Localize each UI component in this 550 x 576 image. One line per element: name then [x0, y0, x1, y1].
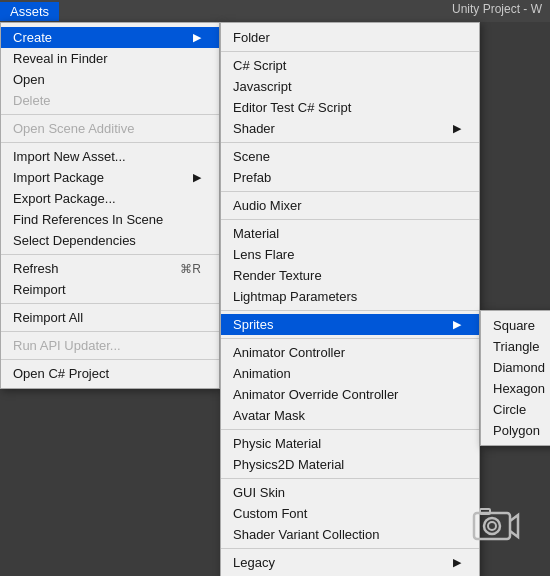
- create-menu-item-4[interactable]: Shader▶: [221, 118, 479, 139]
- menu-item-label: Animator Override Controller: [233, 387, 398, 402]
- menu-item-label: Physic Material: [233, 436, 321, 451]
- menu-item-label: Avatar Mask: [233, 408, 305, 423]
- sprites-menu-item-4[interactable]: Circle: [481, 399, 550, 420]
- create-menu-item-14[interactable]: Animation: [221, 363, 479, 384]
- camera-icon-area: [472, 505, 520, 546]
- menu-item-label: Javascript: [233, 79, 292, 94]
- assets-menu-item-9[interactable]: Select Dependencies: [1, 230, 219, 251]
- menu-separator: [221, 429, 479, 430]
- menu-item-label: Audio Mixer: [233, 198, 302, 213]
- submenu-arrow-icon: ▶: [193, 171, 201, 184]
- assets-menu-item-0[interactable]: Create▶: [1, 27, 219, 48]
- menu-item-label: Export Package...: [13, 191, 116, 206]
- create-menu-item-21[interactable]: Shader Variant Collection: [221, 524, 479, 545]
- unity-project-label: Unity Project - W: [452, 2, 542, 16]
- assets-menu-item-2[interactable]: Open: [1, 69, 219, 90]
- create-menu-item-16[interactable]: Avatar Mask: [221, 405, 479, 426]
- menu-item-label: Reimport: [13, 282, 66, 297]
- menu-item-label: Material: [233, 226, 279, 241]
- menu-item-label: Lightmap Parameters: [233, 289, 357, 304]
- menu-item-label: Editor Test C# Script: [233, 100, 351, 115]
- assets-menu-item-1[interactable]: Reveal in Finder: [1, 48, 219, 69]
- create-menu-item-0[interactable]: Folder: [221, 27, 479, 48]
- sprites-menu-item-5[interactable]: Polygon: [481, 420, 550, 441]
- menu-separator: [221, 338, 479, 339]
- menu-item-label: Select Dependencies: [13, 233, 136, 248]
- create-menu-item-6[interactable]: Prefab: [221, 167, 479, 188]
- menu-item-label: GUI Skin: [233, 485, 285, 500]
- create-menu-item-15[interactable]: Animator Override Controller: [221, 384, 479, 405]
- create-menu-item-18[interactable]: Physics2D Material: [221, 454, 479, 475]
- menu-separator: [221, 219, 479, 220]
- sprites-menu-item-3[interactable]: Hexagon: [481, 378, 550, 399]
- menu-item-label: Circle: [493, 402, 526, 417]
- menu-separator: [221, 142, 479, 143]
- menu-item-label: Reveal in Finder: [13, 51, 108, 66]
- menu-item-label: Open Scene Additive: [13, 121, 134, 136]
- create-menu-item-19[interactable]: GUI Skin: [221, 482, 479, 503]
- menu-separator: [1, 331, 219, 332]
- submenu-arrow-icon: ▶: [453, 556, 461, 569]
- menu-item-label: Scene: [233, 149, 270, 164]
- assets-menu-item-6[interactable]: Import Package▶: [1, 167, 219, 188]
- menu-item-label: Square: [493, 318, 535, 333]
- assets-menu-item-12[interactable]: Reimport All: [1, 307, 219, 328]
- assets-menu-item-8[interactable]: Find References In Scene: [1, 209, 219, 230]
- menu-item-label: Hexagon: [493, 381, 545, 396]
- menu-item-label: Animator Controller: [233, 345, 345, 360]
- create-menu-item-1[interactable]: C# Script: [221, 55, 479, 76]
- assets-menu-item-10[interactable]: Refresh⌘R: [1, 258, 219, 279]
- menu-item-label: Delete: [13, 93, 51, 108]
- sprites-menu-item-2[interactable]: Diamond: [481, 357, 550, 378]
- create-menu-item-7[interactable]: Audio Mixer: [221, 195, 479, 216]
- create-menu-item-9[interactable]: Lens Flare: [221, 244, 479, 265]
- menu-item-label: Physics2D Material: [233, 457, 344, 472]
- menu-item-label: Legacy: [233, 555, 275, 570]
- camera-icon: [472, 505, 520, 543]
- menu-item-label: C# Script: [233, 58, 286, 73]
- create-menu-item-12[interactable]: Sprites▶: [221, 314, 479, 335]
- assets-menu-item-3: Delete: [1, 90, 219, 111]
- create-menu-item-22[interactable]: Legacy▶: [221, 552, 479, 573]
- create-menu-item-2[interactable]: Javascript: [221, 76, 479, 97]
- menu-item-label: Reimport All: [13, 310, 83, 325]
- create-menu-item-5[interactable]: Scene: [221, 146, 479, 167]
- sprites-submenu: SquareTriangleDiamondHexagonCirclePolygo…: [480, 310, 550, 446]
- menu-item-label: Open C# Project: [13, 366, 109, 381]
- assets-menu-item-5[interactable]: Import New Asset...: [1, 146, 219, 167]
- create-menu-item-3[interactable]: Editor Test C# Script: [221, 97, 479, 118]
- submenu-arrow-icon: ▶: [453, 122, 461, 135]
- assets-menu-item-14[interactable]: Open C# Project: [1, 363, 219, 384]
- menu-item-label: Prefab: [233, 170, 271, 185]
- sprites-menu-item-1[interactable]: Triangle: [481, 336, 550, 357]
- svg-point-1: [484, 518, 500, 534]
- menu-item-label: Triangle: [493, 339, 539, 354]
- assets-menu-item-13: Run API Updater...: [1, 335, 219, 356]
- assets-menu-item-11[interactable]: Reimport: [1, 279, 219, 300]
- menu-item-label: Polygon: [493, 423, 540, 438]
- menu-item-label: Shader: [233, 121, 275, 136]
- assets-menu-trigger[interactable]: Assets: [0, 2, 59, 21]
- menu-item-label: Find References In Scene: [13, 212, 163, 227]
- menu-item-label: Animation: [233, 366, 291, 381]
- menu-item-label: Render Texture: [233, 268, 322, 283]
- svg-point-2: [488, 522, 496, 530]
- sprites-menu-item-0[interactable]: Square: [481, 315, 550, 336]
- create-menu-item-10[interactable]: Render Texture: [221, 265, 479, 286]
- submenu-arrow-icon: ▶: [193, 31, 201, 44]
- create-menu-item-17[interactable]: Physic Material: [221, 433, 479, 454]
- menu-separator: [1, 254, 219, 255]
- menu-item-label: Shader Variant Collection: [233, 527, 379, 542]
- menu-separator: [1, 142, 219, 143]
- menu-item-label: Custom Font: [233, 506, 307, 521]
- menu-item-label: Open: [13, 72, 45, 87]
- menu-separator: [1, 303, 219, 304]
- menu-item-label: Folder: [233, 30, 270, 45]
- create-menu-item-13[interactable]: Animator Controller: [221, 342, 479, 363]
- submenu-arrow-icon: ▶: [453, 318, 461, 331]
- create-menu-item-8[interactable]: Material: [221, 223, 479, 244]
- menu-item-label: Run API Updater...: [13, 338, 121, 353]
- create-menu-item-20[interactable]: Custom Font: [221, 503, 479, 524]
- create-menu-item-11[interactable]: Lightmap Parameters: [221, 286, 479, 307]
- assets-menu-item-7[interactable]: Export Package...: [1, 188, 219, 209]
